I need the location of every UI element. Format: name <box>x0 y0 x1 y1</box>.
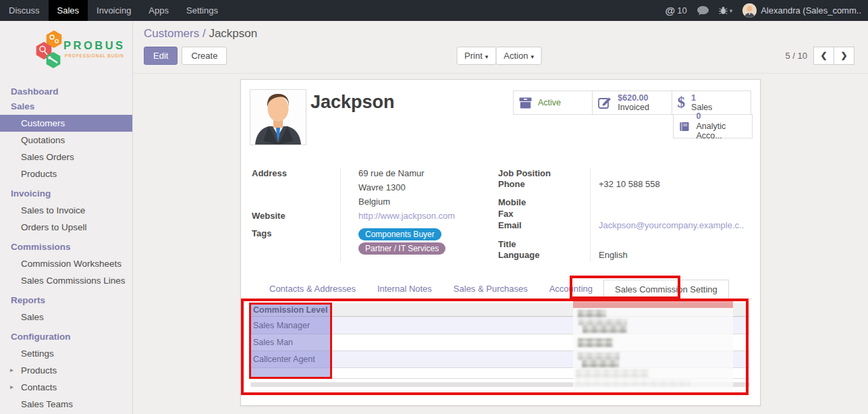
action-dropdown[interactable]: Action▾ <box>495 47 542 65</box>
redacted-text <box>578 310 606 317</box>
analytic-count: 0 <box>696 111 701 121</box>
address-group: Address Website Tags 69 rue de Namur Wav… <box>252 168 498 262</box>
mention-count: 10 <box>677 5 686 16</box>
pager-previous-button[interactable]: ❮ <box>813 47 834 65</box>
contact-group: Job Position Phone Mobile Fax Email Titl… <box>498 168 752 262</box>
phone-value: +32 10 588 558 <box>599 179 752 194</box>
sidebar-item-sales-orders[interactable]: Sales Orders <box>0 149 132 165</box>
email-link[interactable]: Jackpson@yourcompany.example.c.. <box>599 220 752 235</box>
usd-icon: $ <box>678 94 686 111</box>
pager-next-button[interactable]: ❯ <box>834 47 855 65</box>
sidebar-item-reports-sales[interactable]: Sales <box>0 309 132 326</box>
annotation-highlight-pink <box>573 299 733 308</box>
print-dropdown[interactable]: Print▾ <box>456 47 496 65</box>
address-line: Belgium <box>358 197 498 211</box>
expand-icon[interactable]: ▸ <box>10 383 13 390</box>
redacted-text <box>576 369 649 378</box>
probuse-logo: PROBUSE PROFESSIONAL BUSINESS <box>0 21 132 79</box>
sales-count: 1 <box>691 93 696 103</box>
sidebar-item-sales-commissions-lines[interactable]: Sales Commissions Lines <box>0 272 132 289</box>
sidebar-item-quotations[interactable]: Quotations <box>0 132 132 149</box>
nav-discuss[interactable]: Discuss <box>0 0 49 21</box>
sales-label: Sales <box>691 103 712 112</box>
mention-at-icon: @ <box>666 5 676 16</box>
address-line: Wavre 1300 <box>358 182 498 197</box>
fax-label: Fax <box>498 209 590 220</box>
sidebar-item-sales-teams[interactable]: Sales Teams <box>0 396 132 413</box>
notebook-tabs: Contacts & Addresses Internal Notes Sale… <box>250 280 752 299</box>
nav-settings[interactable]: Settings <box>178 0 227 21</box>
sidebar-item-customers[interactable]: Customers <box>0 115 132 132</box>
svg-text:PROBUSE: PROBUSE <box>63 39 124 51</box>
sidebar-item-config-settings[interactable]: Settings <box>0 345 132 362</box>
sidebar-item-orders-to-upsell[interactable]: Orders to Upsell <box>0 219 132 236</box>
bug-icon <box>719 6 728 15</box>
invoiced-stat-button[interactable]: $620.00Invoiced <box>592 90 672 115</box>
pager: 5 / 10 ❮ ❯ <box>785 47 855 65</box>
sidebar-item-sales-to-invoice[interactable]: Sales to Invoice <box>0 202 132 219</box>
sidebar: PROBUSE PROFESSIONAL BUSINESS Dashboard … <box>0 21 133 414</box>
breadcrumb-separator: / <box>202 27 206 40</box>
user-avatar <box>742 3 757 18</box>
edit-button[interactable]: Edit <box>144 47 178 65</box>
expand-icon[interactable]: ▸ <box>10 366 13 373</box>
chat-icon[interactable] <box>697 6 709 16</box>
user-name: Alexandra (Sales_comm.. <box>761 5 861 16</box>
fax-value <box>599 209 752 220</box>
sidebar-heading-invoicing[interactable]: Invoicing <box>0 185 132 202</box>
app-menu: Discuss Sales Invoicing Apps Settings <box>0 0 227 21</box>
title-label: Title <box>498 239 590 250</box>
sidebar-heading-commissions[interactable]: Commissions <box>0 238 132 255</box>
analytic-label: Analytic Acco... <box>696 122 726 140</box>
sidebar-item-config-products[interactable]: ▸Products <box>0 362 132 379</box>
redacted-text <box>578 338 613 347</box>
debug-menu[interactable]: ▾ <box>719 6 733 15</box>
email-label: Email <box>498 220 590 235</box>
redacted-text <box>576 380 690 386</box>
job-position-label: Job Position <box>498 168 590 179</box>
sidebar-heading-sales[interactable]: Sales <box>0 100 132 115</box>
sidebar-item-commission-worksheets[interactable]: Commission Worksheets <box>0 255 132 272</box>
tab-sales-purchases[interactable]: Sales & Purchases <box>443 280 539 299</box>
sidebar-heading-configuration[interactable]: Configuration <box>0 328 132 345</box>
tab-sales-commission-setting[interactable]: Sales Commission Setting <box>603 280 729 299</box>
redacted-text <box>582 326 627 333</box>
sidebar-item-products[interactable]: Products <box>0 165 132 182</box>
language-value: English <box>599 250 752 262</box>
breadcrumb-current: Jackpson <box>209 27 257 40</box>
nav-invoicing[interactable]: Invoicing <box>88 0 140 21</box>
sidebar-heading-dashboard[interactable]: Dashboard <box>0 83 132 100</box>
sidebar-heading-reports[interactable]: Reports <box>0 292 132 309</box>
mobile-label: Mobile <box>498 197 590 209</box>
record-sheet: Jackpson Active $620.00Invoiced $ 1Sales <box>240 79 761 406</box>
website-link[interactable]: http://www.jackpson.com <box>358 211 498 228</box>
mentions-counter[interactable]: @ 10 <box>666 5 687 16</box>
job-position-value <box>599 168 752 179</box>
phone-label: Phone <box>498 179 590 194</box>
control-panel: Customers / Jackpson Edit Create Print▾ … <box>133 21 868 74</box>
caret-down-icon: ▾ <box>485 53 489 60</box>
nav-sales[interactable]: Sales <box>49 0 88 21</box>
analytic-accounts-stat-button[interactable]: 0Analytic Acco... <box>673 114 753 138</box>
svg-text:PROFESSIONAL BUSINESS: PROFESSIONAL BUSINESS <box>65 53 124 58</box>
address-line: 69 rue de Namur <box>358 168 498 182</box>
invoiced-value: $620.00 <box>618 93 648 103</box>
page-title: Jackpson <box>310 92 395 113</box>
mobile-value <box>599 197 752 209</box>
redacted-text <box>582 360 619 367</box>
language-label: Language <box>498 250 590 262</box>
tags-label: Tags <box>252 228 340 258</box>
active-stat-button[interactable]: Active <box>513 90 593 115</box>
archive-icon <box>519 97 532 109</box>
breadcrumb-customers[interactable]: Customers <box>144 27 199 40</box>
sidebar-item-config-contacts[interactable]: ▸Contacts <box>0 379 132 396</box>
user-menu[interactable]: Alexandra (Sales_comm.. <box>742 3 861 18</box>
active-label: Active <box>538 98 561 107</box>
tab-internal-notes[interactable]: Internal Notes <box>367 280 443 299</box>
create-button[interactable]: Create <box>182 47 227 65</box>
tab-accounting[interactable]: Accounting <box>539 280 603 299</box>
title-value <box>599 239 752 250</box>
nav-apps[interactable]: Apps <box>140 0 178 21</box>
address-label: Address <box>252 168 340 211</box>
tab-contacts-addresses[interactable]: Contacts & Addresses <box>259 280 367 299</box>
